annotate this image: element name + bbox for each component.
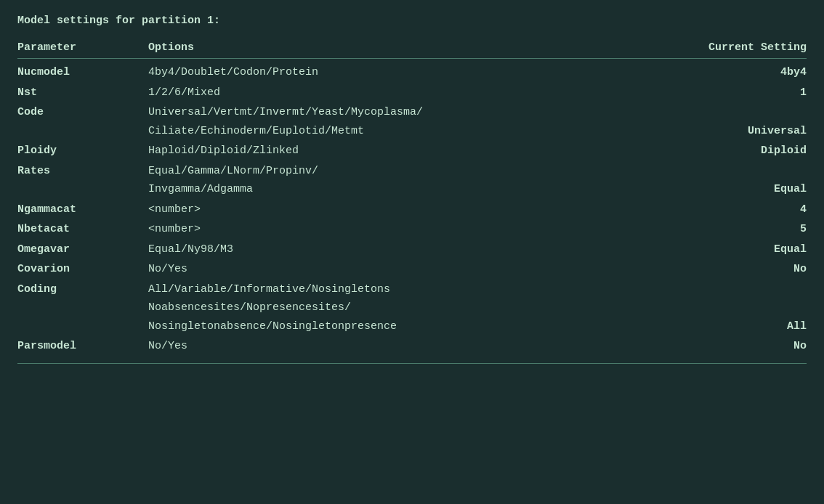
options-cell: Universal/Vertmt/Invermt/Yeast/Mycoplasm… xyxy=(148,103,661,140)
setting-cell: No xyxy=(661,260,807,279)
options-line: 4by4/Doublet/Codon/Protein xyxy=(148,63,661,82)
options-line: Invgamma/Adgamma xyxy=(148,180,661,199)
setting-cell: 4 xyxy=(661,200,807,219)
options-cell: <number> xyxy=(148,220,661,239)
options-cell: <number> xyxy=(148,200,661,219)
setting-cell: Diploid xyxy=(661,142,807,160)
options-cell: 1/2/6/Mixed xyxy=(148,84,661,102)
options-line: Haploid/Diploid/Zlinked xyxy=(148,142,661,160)
param-cell: Ploidy xyxy=(17,142,148,160)
options-cell: 4by4/Doublet/Codon/Protein xyxy=(148,63,661,82)
options-line: Ciliate/Echinoderm/Euplotid/Metmt xyxy=(148,122,661,141)
table-row: Ngammacat<number>4 xyxy=(17,200,807,219)
options-line: 1/2/6/Mixed xyxy=(148,84,661,102)
options-line: All/Variable/Informative/Nosingletons xyxy=(148,280,661,299)
options-line: Noabsencesites/Nopresencesites/ xyxy=(148,298,661,317)
table-row: Nucmodel4by4/Doublet/Codon/Protein4by4 xyxy=(17,63,807,82)
options-line: No/Yes xyxy=(148,260,661,279)
setting-cell: 1 xyxy=(661,84,807,102)
param-cell: Code xyxy=(17,103,148,122)
setting-cell: Equal xyxy=(661,180,807,199)
options-cell: Equal/Gamma/LNorm/Propinv/Invgamma/Adgam… xyxy=(148,162,661,199)
options-line: Universal/Vertmt/Invermt/Yeast/Mycoplasm… xyxy=(148,103,661,122)
options-line: Equal/Gamma/LNorm/Propinv/ xyxy=(148,162,661,181)
options-cell: No/Yes xyxy=(148,337,661,356)
table-row: CodingAll/Variable/Informative/Nosinglet… xyxy=(17,280,807,336)
title: Model settings for partition 1: xyxy=(17,15,807,27)
options-line: <number> xyxy=(148,200,661,219)
setting-cell: Equal xyxy=(661,240,807,259)
options-cell: All/Variable/Informative/NosingletonsNoa… xyxy=(148,280,661,336)
header-options: Options xyxy=(148,41,661,54)
param-cell: Covarion xyxy=(17,260,148,279)
table-row: CodeUniversal/Vertmt/Invermt/Yeast/Mycop… xyxy=(17,103,807,140)
param-cell: Coding xyxy=(17,280,148,299)
setting-cell: All xyxy=(661,317,807,336)
setting-cell: No xyxy=(661,337,807,356)
options-cell: Haploid/Diploid/Zlinked xyxy=(148,142,661,160)
param-cell: Parsmodel xyxy=(17,337,148,356)
options-line: Equal/Ny98/M3 xyxy=(148,240,661,259)
param-cell: Nst xyxy=(17,84,148,102)
options-line: Nosingletonabsence/Nosingletonpresence xyxy=(148,317,661,336)
options-line: No/Yes xyxy=(148,337,661,356)
table-row: OmegavarEqual/Ny98/M3Equal xyxy=(17,240,807,259)
table-row: CovarionNo/YesNo xyxy=(17,260,807,279)
options-cell: No/Yes xyxy=(148,260,661,279)
setting-cell: 5 xyxy=(661,220,807,239)
table-row: Nbetacat<number>5 xyxy=(17,220,807,239)
param-cell: Rates xyxy=(17,162,148,181)
table-row: Nst1/2/6/Mixed1 xyxy=(17,84,807,102)
header-parameter: Parameter xyxy=(17,41,148,54)
table-row: ParsmodelNo/YesNo xyxy=(17,337,807,356)
param-cell: Ngammacat xyxy=(17,200,148,219)
header-current-setting: Current Setting xyxy=(661,41,807,54)
top-divider xyxy=(17,58,807,59)
param-cell: Nbetacat xyxy=(17,220,148,239)
setting-cell: 4by4 xyxy=(661,63,807,82)
settings-table: Nucmodel4by4/Doublet/Codon/Protein4by4Ns… xyxy=(17,63,807,356)
options-cell: Equal/Ny98/M3 xyxy=(148,240,661,259)
options-line: <number> xyxy=(148,220,661,239)
table-row: RatesEqual/Gamma/LNorm/Propinv/Invgamma/… xyxy=(17,162,807,199)
table-row: PloidyHaploid/Diploid/ZlinkedDiploid xyxy=(17,142,807,160)
bottom-divider xyxy=(17,363,807,364)
param-cell: Omegavar xyxy=(17,240,148,259)
param-cell: Nucmodel xyxy=(17,63,148,82)
setting-cell: Universal xyxy=(661,122,807,141)
